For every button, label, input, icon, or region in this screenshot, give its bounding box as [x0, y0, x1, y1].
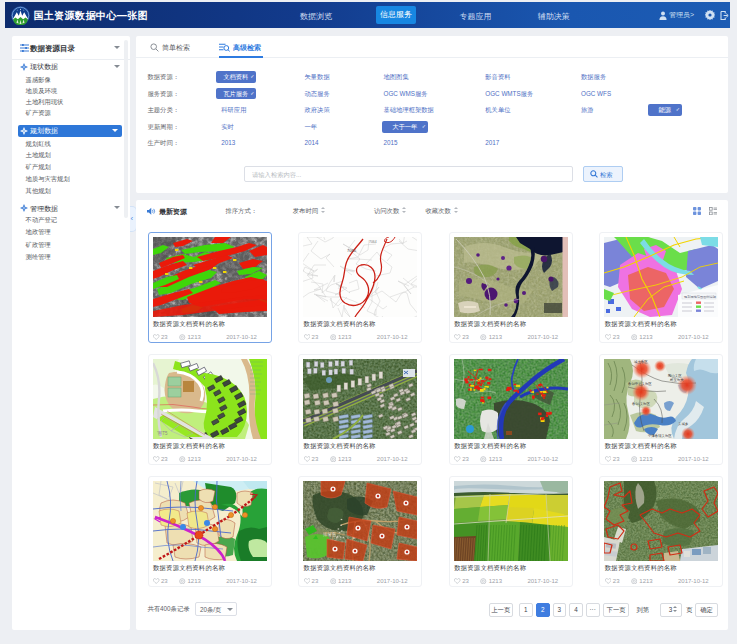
svg-text:宁津香转美海区: 宁津香转美海区	[648, 433, 672, 438]
svg-text:城土香区: 城土香区	[633, 359, 648, 364]
svg-text:相互海关: 相互海关	[669, 378, 684, 382]
svg-text:规划用地范围图例说明: 规划用地范围图例说明	[684, 294, 716, 299]
svg-text:'图T5: '图T5	[157, 431, 168, 436]
svg-text:7064: 7064	[369, 240, 377, 244]
svg-text:排警告: 排警告	[322, 531, 337, 537]
svg-text:香记,美海区: 香记,美海区	[632, 401, 651, 406]
svg-text:美城乡: 美城乡	[678, 422, 689, 426]
svg-text:香记中艺美海区: 香记中艺美海区	[628, 381, 652, 386]
svg-text:7060: 7060	[347, 248, 357, 253]
